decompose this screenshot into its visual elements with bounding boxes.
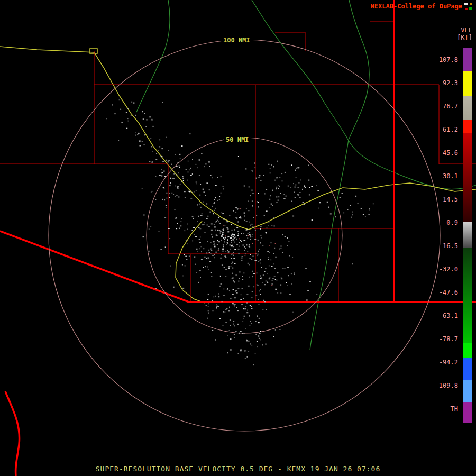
colorbar-tick-label: 30.1 (421, 172, 458, 180)
colorbar-segment-bright-red (463, 120, 472, 133)
product-caption: SUPER-RESOLUTION BASE VELOCITY 0.5 DEG -… (96, 465, 380, 473)
logo-pixel (470, 3, 472, 5)
state-border-lines (0, 0, 476, 476)
international-border (0, 231, 476, 302)
radar-viewer: { "header": { "attribution": "NEXLAB-Col… (0, 0, 476, 476)
colorbar-tick-label: -16.5 (421, 242, 458, 250)
logo-pixel (469, 7, 472, 10)
colorbar-tick-label: -0.9 (421, 219, 458, 226)
colorbar-tick-label: 76.7 (421, 103, 458, 110)
colorbar-segment-light-blue (463, 380, 472, 402)
cod-logo-icon (464, 3, 472, 10)
range-ring-50nmi (147, 138, 342, 333)
highway-line (0, 47, 249, 230)
colorbar (463, 48, 472, 423)
colorbar-tick-label: -94.2 (421, 359, 458, 366)
colorbar-tick-label: -109.8 (421, 382, 458, 389)
range-ring-label-100nmi: 100 NMI (222, 36, 252, 44)
county-boundary-lines (0, 21, 476, 302)
colorbar-tick-label: 92.3 (421, 79, 458, 87)
logo-pixel (464, 3, 468, 5)
colorbar-segment-bright-green (463, 343, 472, 358)
colorbar-tick-label: 107.8 (421, 56, 458, 63)
colorbar-tick-labels: 107.892.376.761.245.630.114.5-0.9-16.5-3… (421, 48, 458, 424)
river-line (310, 140, 349, 350)
radar-map-canvas (0, 0, 476, 476)
colorbar-tick-label: -32.0 (421, 266, 458, 273)
colorbar-segment-tan-gray (463, 96, 472, 120)
colorbar-tick-label: 61.2 (421, 126, 458, 133)
highway-lines (0, 47, 476, 303)
colorbar-tick-label: -63.1 (421, 312, 458, 319)
colorbar-tick-label: -47.6 (421, 289, 458, 296)
colorbar-tick-label: -78.7 (421, 335, 458, 343)
river-line (136, 0, 170, 112)
colorbar-segment-dark-red-ramp (463, 133, 472, 222)
logo-pixel (465, 8, 468, 10)
colorbar-tick-label: 45.6 (421, 149, 458, 157)
colorbar-segment-blue (463, 358, 472, 380)
colorbar-units: [KT] (457, 34, 472, 41)
colorbar-title: VEL (461, 26, 472, 34)
colorbar-segment-yellow (463, 71, 472, 96)
colorbar-tick-label: 14.5 (421, 196, 458, 203)
colorbar-segment-gray-zero (463, 222, 472, 248)
colorbar-segment-purple-low (463, 402, 472, 423)
border-road-segment (5, 391, 20, 476)
colorbar-tick-label: TH (421, 405, 458, 413)
colorbar-segment-green-ramp (463, 248, 472, 343)
range-ring-100nmi (49, 40, 440, 431)
attribution-text: NEXLAB-College of DuPage (371, 3, 462, 10)
river-line (349, 0, 369, 139)
colorbar-segment-purple-high (463, 48, 472, 71)
range-rings (49, 40, 440, 431)
range-ring-label-50nmi: 50 NMI (224, 136, 250, 143)
